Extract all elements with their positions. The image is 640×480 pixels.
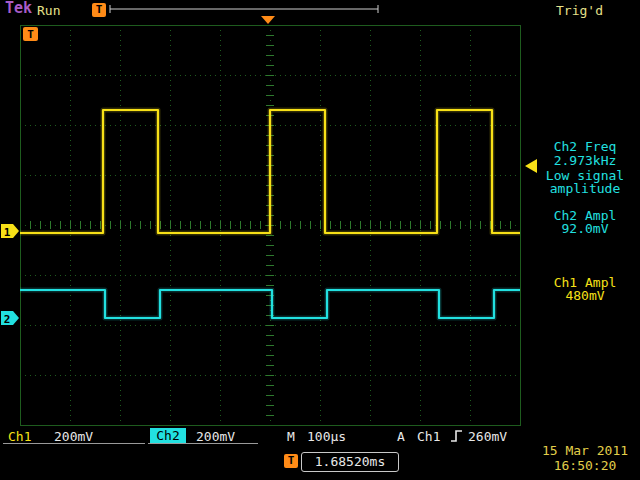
warning-line2: amplitude — [532, 181, 638, 196]
trigger-flag: T — [23, 27, 38, 41]
timebase-label: M — [287, 429, 295, 444]
trigger-position-marker — [261, 16, 275, 24]
time-display: 16:50:20 — [532, 458, 638, 473]
trigger-delay-icon: T — [284, 454, 298, 468]
ch1-marker-label: 1 — [4, 226, 11, 239]
ch2-underline — [148, 443, 258, 444]
ch2-scale-badge: Ch2 — [150, 428, 186, 443]
ch2-ground-marker: 2 — [1, 311, 19, 326]
brand-logo: Tek — [5, 1, 32, 16]
record-position-bar — [110, 5, 378, 13]
ch2-freq-label: Ch2 Freq — [532, 139, 638, 154]
trigger-source: Ch1 — [417, 429, 440, 444]
trigger-icon: T — [92, 3, 106, 17]
ch1-scale-value: 200mV — [54, 429, 93, 444]
scope-display: T 1 2 — [0, 0, 640, 480]
ch2-freq-value: 2.973kHz — [532, 153, 638, 168]
trigger-delay-readout: 1.68520ms — [301, 452, 399, 472]
trigger-flag-label: T — [27, 28, 34, 41]
waveform-traces — [20, 110, 520, 318]
trigger-status: Trig'd — [556, 3, 603, 18]
ch2-scale-value: 200mV — [196, 429, 235, 444]
ch2-marker-label: 2 — [4, 313, 11, 326]
rising-edge-icon — [451, 431, 462, 441]
ch2-ampl-value: 92.0mV — [532, 221, 638, 236]
acquisition-status: Run — [37, 3, 60, 18]
trigger-level-value: 260mV — [468, 429, 507, 444]
timebase-value: 100µs — [307, 429, 346, 444]
ch1-ampl-value: 480mV — [532, 288, 638, 303]
date-display: 15 Mar 2011 — [532, 443, 638, 458]
ch1-ground-marker: 1 — [1, 224, 19, 239]
oscilloscope-screen: T 1 2 Tek Run T Trig'd Ch2 Freq 2.973kHz… — [0, 0, 640, 480]
ch1-trace — [20, 110, 520, 233]
ch1-underline — [3, 443, 145, 444]
ch1-scale-label: Ch1 — [8, 429, 31, 444]
trigger-mode: A — [397, 429, 405, 444]
